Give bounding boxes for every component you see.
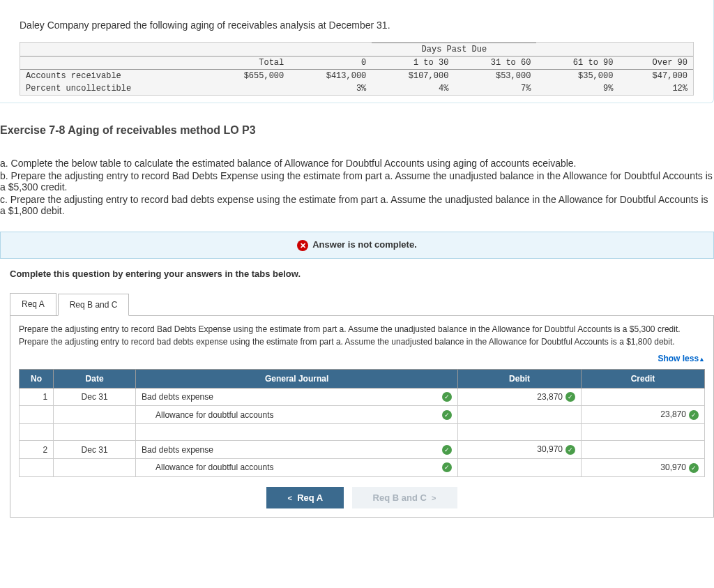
check-icon: ✓ <box>565 445 575 455</box>
next-button[interactable]: Req B and C > <box>352 487 457 508</box>
chevron-left-icon: < <box>287 494 291 502</box>
table-row <box>20 424 705 441</box>
chevron-up-icon: ▲ <box>699 356 705 363</box>
tab-req-a[interactable]: Req A <box>10 293 56 315</box>
show-less-link[interactable]: Show less▲ <box>19 354 705 363</box>
instructions: a. Complete the below table to calculate… <box>0 158 714 216</box>
table-row: Allowance for doubtful accounts✓ 23,870✓ <box>20 406 705 424</box>
debit-cell[interactable]: 23,870✓ <box>458 388 582 406</box>
account-cell[interactable]: Bad debts expense✓ <box>136 388 458 406</box>
check-icon: ✓ <box>442 462 452 472</box>
aging-table: Days Past Due Total 0 1 to 30 31 to 60 6… <box>20 42 694 96</box>
debit-cell[interactable] <box>458 406 582 424</box>
days-past-due-header: Days Past Due <box>372 43 536 56</box>
prev-button[interactable]: < Req A <box>266 487 344 508</box>
table-row: Percent uncollectible 3% 4% 7% 9% 12% <box>20 82 693 95</box>
complete-instruction: Complete this question by entering your … <box>10 269 714 279</box>
table-row: Allowance for doubtful accounts✓ 30,970✓ <box>20 459 705 477</box>
credit-cell[interactable]: 23,870✓ <box>582 406 705 424</box>
account-cell[interactable]: Allowance for doubtful accounts✓ <box>136 406 458 424</box>
credit-cell[interactable]: 30,970✓ <box>582 459 705 477</box>
answer-status-banner: ✕Answer is not complete. <box>0 232 714 259</box>
check-icon: ✓ <box>689 463 699 473</box>
check-icon: ✓ <box>442 392 452 402</box>
debit-cell[interactable]: 30,970✓ <box>458 441 582 459</box>
table-row: 2 Dec 31 Bad debts expense✓ 30,970✓ <box>20 441 705 459</box>
check-icon: ✓ <box>689 410 699 420</box>
exercise-title: Exercise 7-8 Aging of receivables method… <box>0 124 714 137</box>
tab-content: Prepare the adjusting entry to record Ba… <box>10 315 714 518</box>
check-icon: ✓ <box>442 410 452 420</box>
credit-cell[interactable] <box>582 388 705 406</box>
general-journal-table: No Date General Journal Debit Credit 1 D… <box>19 369 705 477</box>
account-cell[interactable]: Allowance for doubtful accounts✓ <box>136 459 458 477</box>
check-icon: ✓ <box>442 445 452 455</box>
tab-req-b-and-c[interactable]: Req B and C <box>58 294 130 316</box>
debit-cell[interactable] <box>458 459 582 477</box>
check-icon: ✓ <box>565 392 575 402</box>
account-cell[interactable]: Bad debts expense✓ <box>136 441 458 459</box>
credit-cell[interactable] <box>582 441 705 459</box>
table-row: Accounts receivable $655,000 $413,000 $1… <box>20 70 693 83</box>
error-icon: ✕ <box>297 240 308 251</box>
table-row: 1 Dec 31 Bad debts expense✓ 23,870✓ <box>20 388 705 406</box>
intro-text: Daley Company prepared the following agi… <box>20 20 694 31</box>
chevron-right-icon: > <box>432 494 436 502</box>
